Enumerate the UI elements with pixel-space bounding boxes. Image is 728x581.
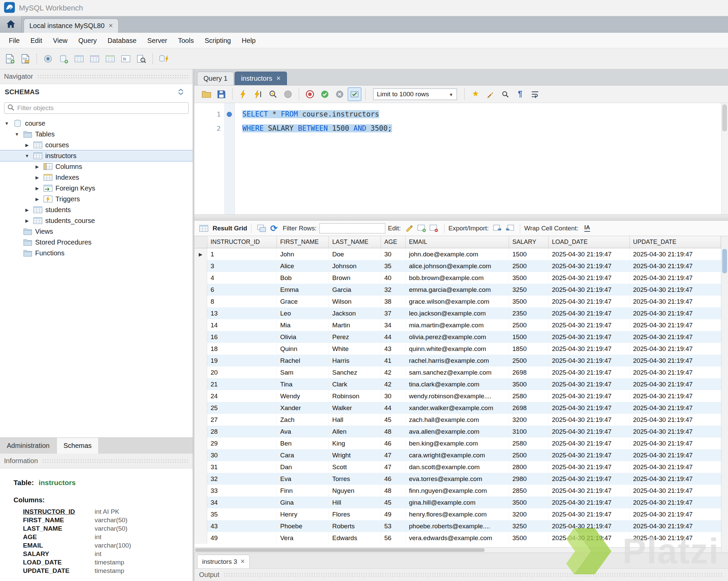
collapse-all-icon[interactable] bbox=[174, 85, 188, 99]
execute-current-icon[interactable] bbox=[251, 87, 265, 101]
table-cell[interactable]: 35 bbox=[207, 508, 277, 520]
sql-line[interactable]: SELECT * FROM course.instructors bbox=[242, 107, 721, 121]
table-cell[interactable]: 6 bbox=[207, 284, 277, 296]
grid-insert-icon[interactable] bbox=[416, 222, 428, 234]
table-cell[interactable]: Bob bbox=[277, 272, 329, 284]
table-row[interactable]: 3AliceJohnson35alice.johnson@example.com… bbox=[194, 260, 721, 272]
table-cell[interactable]: 2025-04-30 21:19:47 bbox=[630, 272, 721, 284]
table-cell[interactable]: 2025-04-30 21:19:47 bbox=[630, 449, 721, 461]
create-function-icon[interactable]: fx bbox=[119, 52, 133, 66]
table-cell[interactable]: 30 bbox=[381, 390, 406, 402]
create-procedure-icon[interactable] bbox=[103, 52, 117, 66]
table-cell[interactable]: Perez bbox=[329, 331, 381, 343]
table-row[interactable]: 25XanderWalker44xander.walker@example.co… bbox=[194, 402, 721, 414]
editor-tab-instructors[interactable]: instructors× bbox=[235, 72, 287, 85]
tree-item-columns[interactable]: ▶Columns bbox=[0, 161, 193, 172]
scrollbar-thumb[interactable] bbox=[722, 104, 727, 131]
table-cell[interactable]: 43 bbox=[207, 520, 277, 532]
table-cell[interactable]: vera.edwards@example.com bbox=[406, 532, 509, 544]
table-cell[interactable]: 3500 bbox=[509, 272, 549, 284]
expander-collapsed-icon[interactable]: ▶ bbox=[24, 218, 30, 223]
table-cell[interactable]: 45 bbox=[381, 414, 406, 426]
table-cell[interactable]: emma.garcia@example.com bbox=[406, 284, 509, 296]
table-cell[interactable]: Tina bbox=[277, 378, 329, 390]
export-icon[interactable] bbox=[491, 222, 504, 234]
table-cell[interactable]: 56 bbox=[381, 532, 406, 544]
table-cell[interactable]: 2025-04-30 21:19:47 bbox=[549, 272, 630, 284]
column-header-email[interactable]: EMAIL bbox=[406, 236, 509, 248]
table-cell[interactable]: 3200 bbox=[509, 508, 549, 520]
schema-filter-box[interactable] bbox=[4, 102, 189, 114]
refresh-icon[interactable]: ⟳ bbox=[268, 222, 280, 234]
table-row[interactable]: 21TinaClark42tina.clark@example.com35002… bbox=[194, 378, 721, 390]
table-cell[interactable]: King bbox=[329, 437, 381, 449]
commit-icon[interactable] bbox=[318, 87, 332, 101]
table-cell[interactable]: 3500 bbox=[509, 378, 549, 390]
table-cell[interactable]: 3200 bbox=[509, 414, 549, 426]
table-cell[interactable]: Phoebe bbox=[277, 520, 329, 532]
table-cell[interactable]: 2500 bbox=[509, 449, 549, 461]
expander-expanded-icon[interactable]: ▼ bbox=[3, 121, 10, 126]
wrap-text-icon[interactable] bbox=[528, 87, 542, 101]
table-cell[interactable]: 2500 bbox=[509, 319, 549, 331]
table-cell[interactable]: 37 bbox=[381, 307, 406, 319]
table-cell[interactable]: Clark bbox=[329, 378, 381, 390]
table-cell[interactable]: 2025-04-30 21:19:47 bbox=[549, 343, 630, 355]
table-row[interactable]: 28AvaAllen48ava.allen@example.com3100202… bbox=[194, 426, 721, 437]
table-cell[interactable]: 1850 bbox=[509, 343, 549, 355]
table-cell[interactable]: Olivia bbox=[277, 331, 329, 343]
table-row[interactable]: 8GraceWilson38grace.wilson@example.com35… bbox=[194, 296, 721, 307]
table-cell[interactable]: 2025-04-30 21:19:47 bbox=[549, 355, 630, 367]
table-row[interactable]: 30CaraWright47cara.wright@example.com250… bbox=[194, 449, 721, 461]
table-cell[interactable]: 49 bbox=[381, 508, 406, 520]
table-cell[interactable]: ben.king@example.com bbox=[406, 437, 509, 449]
table-cell[interactable]: Sam bbox=[277, 367, 329, 378]
expander-collapsed-icon[interactable]: ▶ bbox=[24, 207, 30, 212]
save-script-icon[interactable] bbox=[215, 87, 228, 101]
table-cell[interactable]: 2025-04-30 21:19:47 bbox=[630, 461, 721, 473]
table-cell[interactable]: 34 bbox=[381, 319, 406, 331]
table-cell[interactable]: 45 bbox=[381, 497, 406, 508]
grid-horizontal-scrollbar[interactable] bbox=[194, 547, 721, 553]
table-cell[interactable]: 2025-04-30 21:19:47 bbox=[630, 378, 721, 390]
search-objects-icon[interactable] bbox=[134, 52, 148, 66]
table-row[interactable]: 29BenKing46ben.king@example.com25802025-… bbox=[194, 437, 721, 449]
table-cell[interactable]: 2025-04-30 21:19:47 bbox=[549, 378, 630, 390]
table-row[interactable]: 19RachelHarris41rachel.harris@example.co… bbox=[194, 355, 721, 367]
table-cell[interactable]: 1500 bbox=[509, 331, 549, 343]
expander-expanded-icon[interactable]: ▼ bbox=[14, 132, 20, 137]
table-cell[interactable]: 16 bbox=[207, 331, 277, 343]
table-cell[interactable]: 44 bbox=[381, 402, 406, 414]
create-view-icon[interactable] bbox=[88, 52, 102, 66]
expander-expanded-icon[interactable]: ▼ bbox=[24, 153, 30, 158]
table-row[interactable]: 34GinaHill45gina.hill@example.com3500202… bbox=[194, 497, 721, 508]
table-cell[interactable]: 3500 bbox=[509, 497, 549, 508]
table-cell[interactable]: xander.walker@example.com bbox=[406, 402, 509, 414]
table-cell[interactable]: 31 bbox=[207, 461, 277, 473]
table-cell[interactable]: 2025-04-30 21:19:47 bbox=[630, 520, 721, 532]
table-cell[interactable]: 2025-04-30 21:19:47 bbox=[630, 497, 721, 508]
table-cell[interactable]: 2025-04-30 21:19:47 bbox=[630, 414, 721, 426]
table-cell[interactable]: 29 bbox=[207, 437, 277, 449]
table-row[interactable]: 49VeraEdwards56vera.edwards@example.com3… bbox=[194, 532, 721, 544]
table-cell[interactable]: 2025-04-30 21:19:47 bbox=[630, 508, 721, 520]
menu-item-database[interactable]: Database bbox=[102, 33, 142, 48]
table-cell[interactable]: 3500 bbox=[509, 532, 549, 544]
table-cell[interactable]: 1500 bbox=[509, 248, 549, 260]
reconnect-icon[interactable] bbox=[157, 52, 171, 66]
table-cell[interactable]: 2025-04-30 21:19:47 bbox=[549, 284, 630, 296]
table-cell[interactable]: 2980 bbox=[509, 473, 549, 485]
table-row[interactable]: 24WendyRobinson30wendy.robinson@example.… bbox=[194, 390, 721, 402]
table-cell[interactable]: 2025-04-30 21:19:47 bbox=[549, 520, 630, 532]
table-cell[interactable]: 33 bbox=[207, 485, 277, 497]
table-cell[interactable]: Doe bbox=[329, 248, 381, 260]
table-cell[interactable]: bob.brown@example.com bbox=[406, 272, 509, 284]
table-cell[interactable]: 25 bbox=[207, 402, 277, 414]
table-cell[interactable]: 19 bbox=[207, 355, 277, 367]
execute-icon[interactable] bbox=[237, 87, 250, 101]
table-cell[interactable]: Ava bbox=[277, 426, 329, 437]
table-cell[interactable]: 2850 bbox=[509, 485, 549, 497]
table-cell[interactable]: 32 bbox=[207, 473, 277, 485]
table-row[interactable]: 13LeoJackson37leo.jackson@example.com235… bbox=[194, 307, 721, 319]
rollback-icon[interactable] bbox=[333, 87, 346, 101]
